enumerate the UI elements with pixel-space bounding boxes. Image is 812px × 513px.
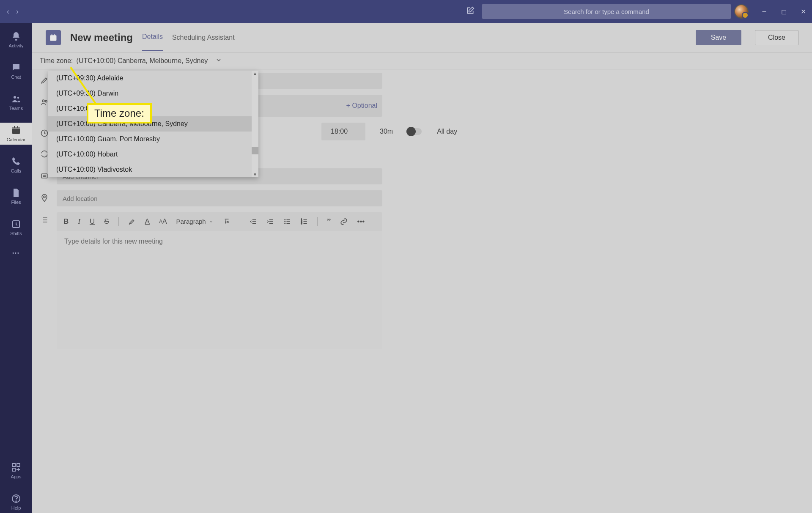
- nav-forward-icon[interactable]: ›: [16, 7, 19, 16]
- rail-label: Teams: [9, 106, 23, 111]
- rail-calls[interactable]: Calls: [0, 154, 32, 176]
- titlebar: ‹ › Search for or type a command – ◻ ✕: [0, 0, 812, 23]
- outdent-button[interactable]: [250, 218, 257, 225]
- svg-rect-12: [50, 35, 57, 41]
- timezone-option[interactable]: (UTC+10:00) Hobart: [48, 147, 258, 162]
- svg-point-21: [285, 221, 285, 222]
- app-rail: Activity Chat Teams Calendar Calls Files…: [0, 23, 32, 513]
- svg-rect-8: [17, 464, 20, 466]
- list-icon: [40, 212, 49, 224]
- rail-label: Help: [11, 505, 21, 510]
- font-size-button[interactable]: AA: [159, 218, 167, 225]
- search-input[interactable]: Search for or type a command: [482, 4, 731, 19]
- all-day-toggle[interactable]: [406, 128, 422, 135]
- timezone-option[interactable]: (UTC+09:30) Adelaide: [48, 71, 258, 86]
- timezone-label: Time zone:: [40, 57, 73, 65]
- svg-text:3: 3: [301, 222, 302, 225]
- timezone-scrollbar[interactable]: ▲ ▼: [252, 71, 258, 177]
- bold-button[interactable]: B: [63, 217, 69, 226]
- rail-label: Shifts: [10, 231, 22, 236]
- svg-rect-4: [14, 126, 15, 128]
- timezone-option[interactable]: (UTC+10:00) Canberra, Melbourne, Sydney: [48, 116, 258, 132]
- paragraph-select[interactable]: Paragraph: [176, 218, 214, 225]
- svg-point-1: [17, 97, 19, 99]
- details-textarea[interactable]: Type details for this new meeting: [57, 231, 382, 349]
- rail-label: Files: [11, 200, 21, 205]
- annotation-text: Time zone:: [94, 107, 144, 119]
- link-button[interactable]: [340, 218, 348, 225]
- annotation-callout: Time zone:: [87, 103, 152, 123]
- rail-chat[interactable]: Chat: [0, 60, 32, 82]
- all-day-label: All day: [437, 128, 457, 135]
- tab-details[interactable]: Details: [142, 24, 163, 51]
- rail-label: Activity: [9, 43, 24, 48]
- details-placeholder: Type details for this new meeting: [64, 238, 163, 245]
- italic-button[interactable]: I: [78, 217, 80, 226]
- editor-toolbar: B I U S A AA Paragraph 123 ”: [57, 212, 382, 231]
- rail-label: Calendar: [7, 137, 26, 142]
- window-close-icon[interactable]: ✕: [799, 8, 807, 16]
- rail-teams[interactable]: Teams: [0, 91, 32, 113]
- search-placeholder: Search for or type a command: [564, 8, 649, 15]
- nav-back-icon[interactable]: ‹: [7, 7, 9, 16]
- svg-rect-13: [52, 34, 52, 36]
- end-time-select[interactable]: 18:00: [321, 123, 365, 140]
- scroll-up-icon[interactable]: ▲: [252, 71, 258, 76]
- save-button[interactable]: Save: [696, 30, 741, 45]
- svg-point-0: [14, 96, 16, 99]
- details-editor[interactable]: B I U S A AA Paragraph 123 ”: [57, 212, 382, 349]
- strike-button[interactable]: S: [104, 217, 109, 226]
- svg-point-20: [285, 219, 285, 220]
- timezone-option[interactable]: (UTC+10:00) Vladivostok: [48, 162, 258, 177]
- bullet-list-button[interactable]: [283, 218, 291, 225]
- rail-more[interactable]: •••: [0, 248, 32, 258]
- more-icon: •••: [12, 250, 20, 255]
- editor-more-button[interactable]: •••: [357, 217, 365, 226]
- highlight-button[interactable]: [128, 218, 136, 225]
- clear-format-button[interactable]: [223, 218, 230, 225]
- location-placeholder: Add location: [63, 195, 98, 202]
- timezone-bar[interactable]: Time zone: (UTC+10:00) Canberra, Melbour…: [32, 52, 812, 69]
- svg-rect-18: [41, 174, 47, 178]
- compose-icon[interactable]: [466, 6, 475, 16]
- rail-activity[interactable]: Activity: [0, 29, 32, 51]
- timezone-dropdown: (UTC+09:30) Adelaide (UTC+09:30) Darwin …: [48, 71, 258, 177]
- number-list-button[interactable]: 123: [300, 218, 308, 225]
- svg-rect-7: [12, 464, 15, 466]
- scroll-down-icon[interactable]: ▼: [252, 172, 258, 177]
- timezone-option[interactable]: (UTC+10:00) Guam, Port Moresby: [48, 132, 258, 147]
- tab-scheduling[interactable]: Scheduling Assistant: [172, 25, 235, 51]
- rail-calendar[interactable]: Calendar: [0, 123, 32, 145]
- svg-rect-9: [12, 468, 15, 471]
- svg-point-16: [45, 100, 47, 102]
- window-maximize-icon[interactable]: ◻: [780, 8, 787, 16]
- timezone-option[interactable]: (UTC+10:00) Brisbane: [48, 101, 258, 116]
- window-minimize-icon[interactable]: –: [760, 8, 768, 15]
- rail-help[interactable]: Help: [0, 491, 32, 513]
- underline-button[interactable]: U: [90, 217, 95, 226]
- timezone-option[interactable]: (UTC+09:30) Darwin: [48, 86, 258, 101]
- svg-point-22: [285, 223, 285, 224]
- svg-point-19: [44, 196, 45, 198]
- end-time-value: 18:00: [331, 128, 348, 135]
- calendar-icon: [46, 30, 61, 45]
- quote-button[interactable]: ”: [327, 216, 331, 227]
- location-icon: [40, 190, 49, 202]
- svg-rect-14: [55, 34, 55, 36]
- timezone-current: (UTC+10:00) Canberra, Melbourne, Sydney: [77, 57, 208, 65]
- add-optional-button[interactable]: + Optional: [341, 95, 382, 117]
- indent-button[interactable]: [266, 218, 274, 225]
- close-button[interactable]: Close: [755, 30, 798, 45]
- rail-shifts[interactable]: Shifts: [0, 217, 32, 239]
- svg-rect-5: [17, 126, 18, 128]
- duration-label: 30m: [380, 128, 393, 135]
- avatar[interactable]: [734, 4, 749, 19]
- rail-files[interactable]: Files: [0, 185, 32, 207]
- chevron-down-icon: [215, 57, 222, 65]
- font-color-button[interactable]: A: [145, 217, 150, 226]
- rail-label: Apps: [11, 474, 21, 479]
- location-input[interactable]: Add location: [57, 190, 382, 206]
- rail-apps[interactable]: Apps: [0, 460, 32, 482]
- svg-point-11: [16, 501, 16, 502]
- scroll-thumb[interactable]: [252, 147, 258, 154]
